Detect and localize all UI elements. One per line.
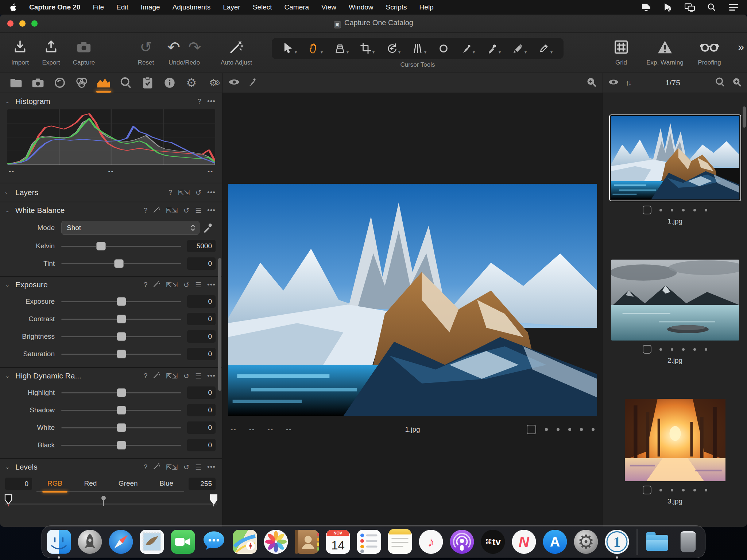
- screen-share-status-icon[interactable]: [662, 3, 673, 12]
- rotate-tool[interactable]: ▾: [386, 43, 400, 54]
- dock-contacts[interactable]: [294, 529, 320, 555]
- dock-podcasts[interactable]: [449, 529, 475, 555]
- tab-library-folder-icon[interactable]: [7, 73, 25, 93]
- tab-adjustments-clipboard-icon[interactable]: [139, 73, 156, 93]
- levels-tab-blue[interactable]: Blue: [157, 477, 175, 490]
- browser-search-icon[interactable]: [715, 77, 725, 89]
- levels-tab-red[interactable]: Red: [82, 477, 99, 490]
- annotate-tool[interactable]: ▾: [538, 43, 553, 54]
- layers-menu-button[interactable]: •••: [207, 188, 216, 197]
- layers-help-button[interactable]: ?: [169, 188, 173, 197]
- screen-mirroring-status-icon[interactable]: [684, 3, 695, 12]
- levels-reset-button[interactable]: ↺: [183, 463, 189, 471]
- tab-capture-camera-icon[interactable]: [29, 73, 47, 93]
- exposure-value[interactable]: 0: [187, 295, 216, 308]
- thumbnail-rating-dot[interactable]: [682, 489, 685, 491]
- hdr-reset-button[interactable]: ↺: [183, 372, 189, 380]
- thumbnail-rating-dot[interactable]: [659, 209, 662, 211]
- hdr-help-button[interactable]: ?: [144, 372, 148, 380]
- exposure-slider[interactable]: [61, 297, 181, 306]
- levels-auto-wand-button[interactable]: [153, 463, 160, 471]
- white-balance-presets-button[interactable]: ☰: [195, 206, 201, 215]
- menu-select[interactable]: Select: [253, 3, 272, 11]
- brightness-slider[interactable]: [61, 332, 181, 341]
- undo-redo-buttons[interactable]: ↶ ↷ Undo/Redo: [157, 36, 212, 66]
- tint-value[interactable]: 0: [187, 257, 216, 270]
- dock-maps[interactable]: [232, 529, 258, 555]
- thumbnail-2-pick-checkbox[interactable]: [643, 345, 651, 354]
- hdr-expand-button[interactable]: ⇱⇲: [166, 372, 178, 380]
- crop-tool[interactable]: ▾: [360, 43, 375, 54]
- viewer-eye-icon[interactable]: [228, 78, 240, 88]
- saturation-value[interactable]: 0: [187, 348, 216, 360]
- keystone-tool[interactable]: ▾: [412, 43, 426, 54]
- highlight-slider[interactable]: [61, 388, 181, 397]
- menu-app-name[interactable]: Capture One 20: [29, 3, 80, 11]
- contrast-slider[interactable]: [61, 315, 181, 323]
- exposure-menu-button[interactable]: •••: [207, 281, 216, 289]
- dock-finder[interactable]: [46, 529, 72, 555]
- histogram-help-button[interactable]: ?: [197, 97, 201, 105]
- pan-tool[interactable]: ▾: [309, 43, 323, 54]
- tool-panel-scrollbar[interactable]: [218, 258, 221, 391]
- levels-high-value[interactable]: 255: [189, 478, 216, 490]
- brightness-value[interactable]: 0: [187, 330, 216, 343]
- dock-calendar[interactable]: NOV 14: [325, 529, 351, 555]
- viewer-rating-dot[interactable]: [545, 428, 548, 431]
- black-slider[interactable]: [61, 441, 181, 450]
- white-slider[interactable]: [61, 423, 181, 432]
- thumbnail-3-pick-checkbox[interactable]: [643, 486, 651, 494]
- menu-image[interactable]: Image: [141, 3, 160, 11]
- thumbnail-rating-dot[interactable]: [659, 348, 662, 351]
- levels-tab-rgb[interactable]: RGB: [45, 477, 65, 490]
- thumbnail-rating-dot[interactable]: [671, 209, 673, 211]
- dock-news[interactable]: N: [511, 529, 537, 555]
- tint-slider[interactable]: [61, 259, 181, 268]
- thumbnail-2[interactable]: [611, 260, 739, 341]
- thumbnail-rating-dot[interactable]: [705, 348, 707, 351]
- white-balance-expand-button[interactable]: ⇱⇲: [166, 206, 178, 215]
- menu-camera[interactable]: Camera: [285, 3, 309, 11]
- saturation-slider[interactable]: [61, 350, 181, 358]
- dock-photos[interactable]: [263, 529, 289, 555]
- toolbar-overflow-button[interactable]: »: [738, 41, 744, 53]
- shadow-value[interactable]: 0: [187, 404, 216, 416]
- thumbnail-rating-dot[interactable]: [693, 489, 696, 491]
- layers-expand-button[interactable]: ⇱⇲: [178, 188, 190, 197]
- tab-exposure-histogram-icon[interactable]: [95, 73, 112, 93]
- black-value[interactable]: 0: [187, 439, 216, 451]
- thumbnail-rating-dot[interactable]: [682, 209, 685, 211]
- white-balance-picker-button[interactable]: [200, 222, 216, 233]
- thumbnail-1-selected[interactable]: [609, 114, 741, 201]
- exposure-warning-button[interactable]: Exp. Warning: [641, 36, 689, 66]
- thumbnail-3[interactable]: [625, 399, 725, 481]
- dock-app-store[interactable]: A: [542, 529, 568, 555]
- spotlight-search-icon[interactable]: [706, 3, 717, 12]
- tab-metadata-info-icon[interactable]: [161, 73, 178, 93]
- thumbnail-rating-dot[interactable]: [705, 489, 707, 491]
- tab-output-gear-icon[interactable]: ⚙: [183, 73, 200, 93]
- thumbnail-rating-dot[interactable]: [682, 348, 685, 351]
- exposure-expand-button[interactable]: ⇱⇲: [166, 281, 178, 289]
- exposure-auto-wand-button[interactable]: [153, 280, 160, 289]
- notification-center-icon[interactable]: [728, 3, 739, 12]
- white-balance-help-button[interactable]: ?: [144, 206, 148, 214]
- proofing-button[interactable]: Proofing: [689, 36, 729, 66]
- browser-zoom-icon[interactable]: [732, 77, 742, 89]
- tab-batch-gears-icon[interactable]: ⚙⚙: [205, 73, 222, 93]
- exposure-presets-button[interactable]: ☰: [195, 281, 201, 289]
- histogram-menu-button[interactable]: •••: [207, 97, 216, 105]
- levels-collapse-chevron[interactable]: ⌄: [5, 464, 12, 470]
- spot-removal-tool[interactable]: [438, 43, 449, 54]
- hdr-presets-button[interactable]: ☰: [195, 372, 201, 380]
- white-balance-collapse-chevron[interactable]: ⌄: [5, 207, 12, 214]
- viewer-rating-dot[interactable]: [580, 428, 583, 431]
- dock-messages[interactable]: [201, 529, 227, 555]
- white-value[interactable]: 0: [187, 421, 216, 434]
- kelvin-value[interactable]: 5000: [187, 240, 216, 252]
- main-photo[interactable]: [228, 184, 597, 416]
- viewer-zoom-icon[interactable]: [586, 77, 597, 89]
- tab-lens-icon[interactable]: [51, 73, 69, 93]
- browser-scrollbar[interactable]: [743, 106, 746, 128]
- menu-layer[interactable]: Layer: [223, 3, 240, 11]
